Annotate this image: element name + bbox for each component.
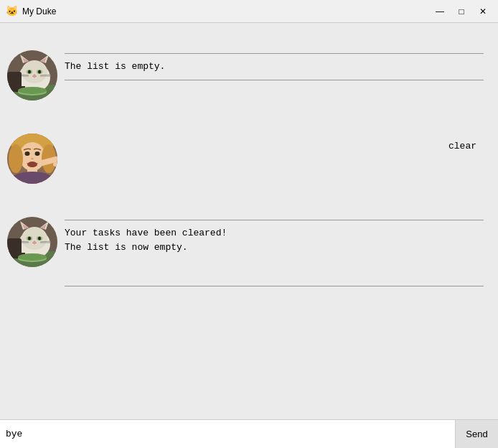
svg-point-11 <box>38 70 41 74</box>
title-bar: 🐱 My Duke — □ ✕ <box>0 0 498 23</box>
svg-point-3 <box>22 60 47 83</box>
user-message-content-2: clear <box>57 134 491 151</box>
svg-point-27 <box>25 151 30 156</box>
chat-input[interactable] <box>0 420 455 448</box>
message-content-1: The list is empty. <box>57 50 491 83</box>
svg-point-45 <box>28 237 31 241</box>
svg-point-29 <box>31 158 34 160</box>
message-row-3: Your tasks have been cleared! The list i… <box>0 217 498 289</box>
bot-avatar-1 <box>7 50 57 101</box>
divider-top-3 <box>65 220 484 220</box>
svg-point-38 <box>22 227 47 250</box>
chat-area: The list is empty. clear <box>0 23 498 419</box>
user-text-2: clear <box>57 134 484 151</box>
divider-bottom-3 <box>65 286 484 286</box>
svg-point-31 <box>9 144 23 173</box>
divider-bottom-1 <box>65 80 484 80</box>
title-bar-controls: — □ ✕ <box>431 4 492 19</box>
close-button[interactable]: ✕ <box>474 4 492 19</box>
message-row-2: clear <box>0 134 498 184</box>
svg-point-20 <box>18 87 47 94</box>
app-icon: 🐱 <box>6 5 18 17</box>
input-area: Send <box>0 419 498 448</box>
svg-point-30 <box>27 162 37 167</box>
title-bar-left: 🐱 My Duke <box>6 5 56 17</box>
svg-point-12 <box>33 75 36 77</box>
message-content-3: Your tasks have been cleared! The list i… <box>57 217 491 289</box>
message-text-3: Your tasks have been cleared! The list i… <box>65 223 484 257</box>
svg-point-28 <box>35 151 40 156</box>
message-text-1: The list is empty. <box>65 57 484 77</box>
svg-point-55 <box>18 253 47 261</box>
svg-point-46 <box>38 237 41 241</box>
svg-point-10 <box>28 70 31 74</box>
maximize-button[interactable]: □ <box>452 4 471 19</box>
window-title: My Duke <box>22 6 56 17</box>
divider-top-1 <box>65 53 484 54</box>
send-button[interactable]: Send <box>455 420 498 448</box>
bot-avatar-3 <box>7 217 57 267</box>
message-row-1: The list is empty. <box>0 50 498 101</box>
minimize-button[interactable]: — <box>431 4 449 19</box>
svg-point-47 <box>33 241 36 243</box>
user-avatar-2 <box>7 134 57 184</box>
